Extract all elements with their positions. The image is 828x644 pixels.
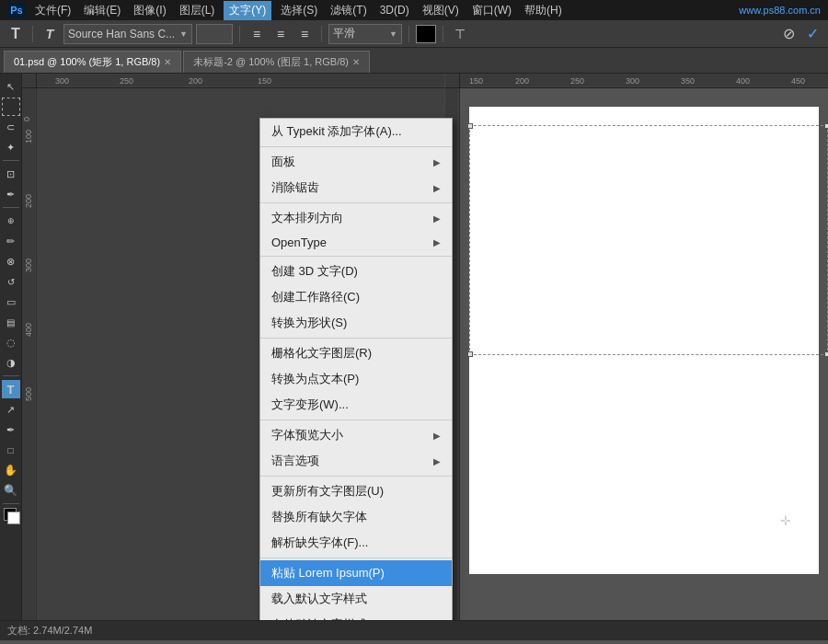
menu-3d[interactable]: 3D(D) (376, 4, 413, 17)
dodge-button[interactable]: ◑ (2, 353, 20, 372)
textdir-arrow-icon: ▶ (433, 213, 441, 224)
font-size-input[interactable] (196, 24, 233, 44)
ruler-v-left: 0 100 200 300 400 500 (22, 88, 37, 620)
lasso-tool-button[interactable]: ⊂ (2, 118, 20, 136)
pen-tool-button[interactable]: ✒ (2, 420, 20, 439)
align-center-button[interactable]: ≡ (270, 24, 291, 44)
toolbar-sep-2 (239, 26, 240, 42)
eraser-button[interactable]: ▭ (2, 293, 20, 311)
spot-heal-button[interactable]: ⊕ (2, 212, 20, 230)
menu-item-replacemissing[interactable]: 替换所有缺欠字体 (260, 504, 452, 530)
cancel-button[interactable]: ⊘ (778, 24, 799, 44)
crop-tool-button[interactable]: ⊡ (2, 165, 20, 183)
gradient-button[interactable]: ▤ (2, 313, 20, 331)
menu-item-rasterize[interactable]: 栅格化文字图层(R) (260, 340, 452, 366)
left-toolbar: ↖ ⊂ ✦ ⊡ ✒ ⊕ ✏ ⊗ ↺ ▭ ▤ ◌ ◑ T ↗ ✒ □ ✋ 🔍 (0, 74, 22, 620)
svg-text:250: 250 (120, 76, 133, 86)
handle-bl[interactable] (467, 351, 473, 357)
menu-edit[interactable]: 编辑(E) (80, 3, 124, 18)
text-tool-icon[interactable]: T (6, 24, 26, 44)
menu-item-savedefault[interactable]: 存储默认文字样式 (260, 612, 452, 620)
svg-text:400: 400 (24, 323, 33, 337)
menu-item-panel[interactable]: 面板 ▶ (260, 149, 452, 175)
svg-text:200: 200 (515, 76, 529, 86)
menu-item-opentype[interactable]: OpenType ▶ (260, 231, 452, 254)
menu-sep-0 (260, 146, 452, 147)
menu-item-loaddefault[interactable]: 载入默认文字样式 (260, 586, 452, 612)
marquee-tool-button[interactable] (2, 98, 20, 116)
shape-tool-button[interactable]: □ (2, 441, 20, 459)
text-color-swatch[interactable] (416, 25, 436, 43)
toolbar-sep-1 (32, 26, 33, 42)
italic-text-icon[interactable]: T (40, 24, 60, 44)
tab-doc1[interactable]: 01.psd @ 100% (矩形 1, RGB/8) ✕ (4, 51, 181, 73)
svg-text:200: 200 (189, 76, 202, 86)
svg-text:300: 300 (55, 76, 69, 86)
foreground-color[interactable] (2, 508, 20, 524)
font-family-dropdown[interactable]: Source Han Sans C... ▼ (63, 24, 192, 44)
langoptions-arrow-icon: ▶ (433, 456, 441, 466)
hand-tool-button[interactable]: ✋ (2, 461, 20, 479)
menu-item-resolvemissing[interactable]: 解析缺失字体(F)... (260, 530, 452, 556)
menu-sep-2 (260, 256, 452, 257)
menu-item-antialias[interactable]: 消除锯齿 ▶ (260, 175, 452, 201)
menu-text[interactable]: 文字(Y) (224, 1, 271, 20)
history-brush-button[interactable]: ↺ (2, 272, 20, 291)
menu-file[interactable]: 文件(F) (31, 3, 75, 18)
menu-item-3dtext[interactable]: 创建 3D 文字(D) (260, 259, 452, 284)
path-select-button[interactable]: ↗ (2, 400, 20, 419)
tab1-close-icon[interactable]: ✕ (164, 57, 171, 67)
confirm-button[interactable]: ✓ (802, 24, 822, 44)
ruler-corner-right (445, 74, 460, 88)
align-left-button[interactable]: ≡ (247, 24, 267, 44)
menu-item-pastelorem[interactable]: 粘贴 Lorem Ipsum(P) (260, 560, 452, 586)
svg-text:250: 250 (570, 76, 584, 86)
text-tool-button[interactable]: T (2, 380, 20, 398)
handle-br[interactable] (824, 351, 828, 357)
menu-item-workpath[interactable]: 创建工作路径(C) (260, 284, 452, 310)
canvas-area: 300 250 200 150 0 100 200 30 (22, 74, 828, 620)
tab-doc2[interactable]: 未标题-2 @ 100% (图层 1, RGB/8) ✕ (183, 51, 370, 73)
menu-item-warp[interactable]: 文字变形(W)... (260, 392, 452, 418)
menu-item-textdir[interactable]: 文本排列方向 ▶ (260, 205, 452, 231)
clone-stamp-button[interactable]: ⊗ (2, 252, 20, 270)
menu-item-toshape[interactable]: 转换为形状(S) (260, 310, 452, 336)
menu-select[interactable]: 选择(S) (277, 3, 321, 18)
zoom-tool-button[interactable]: 🔍 (2, 481, 20, 500)
crosshair: ✛ (780, 513, 791, 528)
menu-view[interactable]: 视图(V) (419, 3, 463, 18)
align-right-button[interactable]: ≡ (294, 24, 315, 44)
menu-item-typekit[interactable]: 从 Typekit 添加字体(A)... (260, 119, 452, 144)
tool-sep-4 (3, 503, 19, 504)
smooth-arrow-icon: ▼ (389, 29, 397, 39)
menu-item-langoptions[interactable]: 语言选项 ▶ (260, 448, 452, 474)
menu-item-updateall[interactable]: 更新所有文字图层(U) (260, 478, 452, 504)
antialiasing-dropdown[interactable]: 平滑 ▼ (328, 24, 402, 44)
menu-item-topoint[interactable]: 转换为点文本(P) (260, 366, 452, 392)
svg-text:300: 300 (626, 76, 639, 86)
menu-item-previewsize[interactable]: 字体预览大小 ▶ (260, 422, 452, 448)
move-tool-button[interactable]: ↖ (2, 77, 20, 96)
menu-filter[interactable]: 滤镜(T) (327, 3, 370, 18)
eyedropper-button[interactable]: ✒ (2, 185, 20, 203)
menu-sep-6 (260, 558, 452, 558)
blur-button[interactable]: ◌ (2, 333, 20, 351)
handle-tr[interactable] (824, 123, 828, 129)
tabs-bar: 01.psd @ 100% (矩形 1, RGB/8) ✕ 未标题-2 @ 10… (0, 48, 828, 74)
menu-image[interactable]: 图像(I) (130, 3, 169, 18)
tab1-label: 01.psd @ 100% (矩形 1, RGB/8) (14, 55, 160, 69)
svg-text:300: 300 (24, 259, 33, 272)
menu-layer[interactable]: 图层(L) (176, 3, 219, 18)
quick-select-button[interactable]: ✦ (2, 138, 20, 156)
menu-help[interactable]: 帮助(H) (521, 3, 566, 18)
toolbar-sep-3 (321, 26, 322, 42)
doc-right: 150 200 250 300 350 400 450 500 (445, 74, 828, 620)
svg-text:150: 150 (258, 76, 271, 86)
warp-text-button[interactable]: ⊤ (450, 24, 470, 44)
svg-text:0: 0 (22, 117, 31, 121)
handle-tl[interactable] (467, 123, 473, 129)
tab2-close-icon[interactable]: ✕ (352, 57, 360, 67)
menu-sep-5 (260, 476, 452, 477)
menu-window[interactable]: 窗口(W) (468, 3, 515, 18)
brush-tool-button[interactable]: ✏ (2, 232, 20, 250)
